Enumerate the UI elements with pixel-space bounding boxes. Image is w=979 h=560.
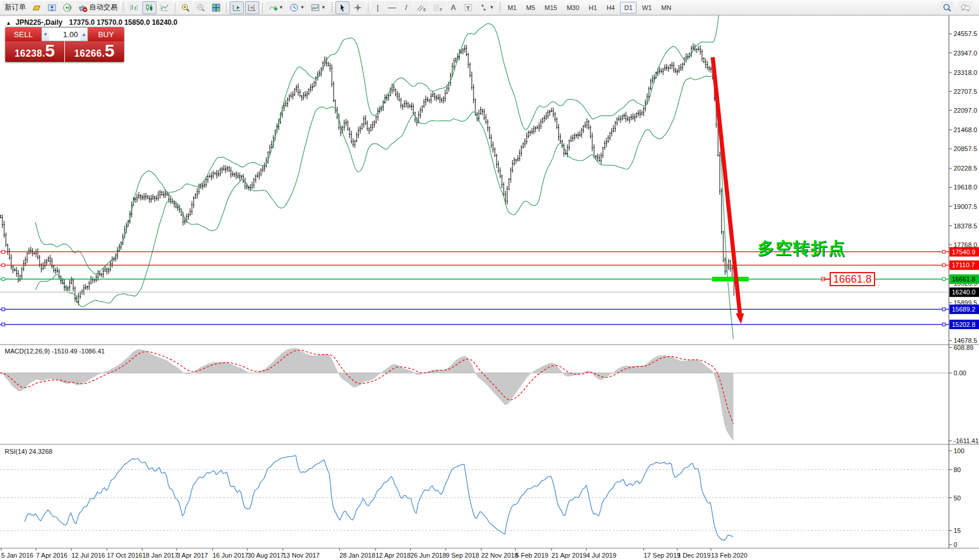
zoom-out-icon[interactable] [194,1,208,14]
one-click-trading-panel: SELL ▼ ▲ BUY 16238.5 16266.5 [5,27,125,63]
line-handle[interactable] [2,323,5,326]
price-axis-label: 20857.5 [954,145,977,152]
equidistant-channel-icon[interactable]: E [414,1,429,14]
volume-stepper: ▼ ▲ [41,27,88,41]
volume-input[interactable] [49,28,80,41]
charts-window-icon[interactable] [45,1,59,14]
collapse-panel-icon[interactable]: ▲ [6,20,11,26]
zoom-in-icon[interactable] [178,1,192,14]
volume-increase-button[interactable]: ▲ [80,28,87,41]
crosshair-icon[interactable] [351,1,365,14]
price-axis-label: 22097.0 [954,107,977,114]
timeframe-m15-button[interactable]: M15 [540,2,561,14]
periods-icon[interactable]: ▼ [287,1,307,14]
date-axis-label: 28 Jan 2018 [340,552,376,559]
arrows-tool-icon[interactable]: ▼ [477,1,497,14]
new-order-label: 新订单 [5,2,26,12]
auto-scroll-icon[interactable] [230,1,244,14]
rsi-axis-label: 0 [954,541,957,548]
timeframe-m1-button[interactable]: M1 [504,2,521,14]
text-icon[interactable]: A [447,1,460,14]
trendline-icon[interactable]: / [400,1,413,14]
date-axis-label: 13 Nov 2017 [283,552,319,559]
line-handle[interactable] [942,250,945,253]
date-axis-label: 12 Jul 2016 [71,552,105,559]
date-axis-label: 13 Feb 2020 [711,552,748,559]
chart-canvas[interactable]: 24557.523947.023318.022707.522097.021468… [0,15,979,560]
chat-icon[interactable] [958,1,973,14]
timeframe-m30-button[interactable]: M30 [563,2,583,14]
templates-caret-icon[interactable]: ▼ [321,5,326,10]
tile-windows-icon[interactable] [209,1,223,14]
bid-price-int: 16238 [15,48,43,59]
date-axis-label: 9 Sep 2018 [446,552,479,559]
timeframe-m5-button[interactable]: M5 [522,2,539,14]
chart-shift-icon[interactable] [245,1,259,14]
timeframe-w1-button[interactable]: W1 [638,2,656,14]
level-price-label[interactable]: 16661.8 [830,272,875,286]
search-icon[interactable] [940,1,954,14]
templates-icon[interactable]: ▼ [308,1,328,14]
price-axis-label: 18378.5 [954,222,977,230]
bid-price[interactable]: 16238.5 [5,41,65,62]
bid-price-dec: 5 [45,42,55,58]
signals-icon[interactable] [60,1,74,14]
macd-axis-label: 0.00 [954,369,966,376]
date-axis-label: 17 Oct 2016 [107,552,142,559]
buy-button[interactable]: BUY [88,27,124,41]
price-badge-label: 15689.2 [952,306,975,313]
profiles-icon[interactable] [30,1,44,14]
rsi-axis-label: 100 [954,447,964,454]
periods-caret-icon[interactable]: ▼ [300,5,305,10]
timeframe-h1-button[interactable]: H1 [585,2,601,14]
date-axis-label: 5 Jan 2016 [1,552,33,559]
fibonacci-icon[interactable]: F [430,1,446,14]
sell-button[interactable]: SELL [5,27,41,41]
date-axis-label: 18 Jan 2017 [142,552,178,559]
price-badge-label: 16661.8 [952,276,975,283]
indicators-add-icon[interactable]: ▼ [266,1,286,14]
timeframe-d1-button[interactable]: D1 [620,2,637,14]
line-handle[interactable] [2,278,5,281]
date-axis-label: 4 Jul 2019 [586,552,616,559]
line-handle[interactable] [942,278,945,281]
candlestick-chart-icon[interactable] [142,1,156,14]
indicators-caret-icon[interactable]: ▼ [279,5,283,10]
ask-price[interactable]: 16266.5 [65,41,125,62]
line-handle[interactable] [2,250,5,253]
new-order-button[interactable]: 新订单 [2,1,28,14]
timeframe-mn-button[interactable]: MN [657,2,675,14]
line-handle[interactable] [942,323,945,326]
date-axis-label: 5 Feb 2019 [515,552,549,559]
line-chart-icon[interactable] [158,1,172,14]
text-label-icon[interactable]: T [461,1,475,14]
line-handle[interactable] [942,308,945,311]
line-handle[interactable] [2,308,5,311]
toolbar-grip[interactable] [331,2,333,13]
price-badge-label: 17540.9 [952,248,975,256]
cursor-icon[interactable] [335,1,350,14]
chart-header: ▲ JPN225-,Daily 17375.0 17570.0 15850.0 … [6,18,178,27]
arrows-caret-icon[interactable]: ▼ [490,5,494,10]
auto-trading-label: 自动交易 [89,2,118,12]
date-axis-label: 12 Apr 2018 [376,552,410,559]
date-axis-label: 3 Apr 2017 [177,552,208,559]
toolbar-grip[interactable] [122,2,125,13]
bar-chart-icon[interactable] [127,1,141,14]
date-axis-label: 21 Apr 2019 [551,552,586,559]
highlight-segment[interactable] [712,277,749,281]
svg-text:F: F [440,8,442,12]
price-axis-label: 24557.5 [954,30,977,37]
line-handle[interactable] [942,264,945,267]
timeframe-h4-button[interactable]: H4 [602,2,619,14]
line-handle[interactable] [2,264,5,267]
horizontal-line-icon[interactable]: — [386,1,399,14]
vertical-line-icon[interactable]: | [371,1,384,14]
toolbar-grip[interactable] [499,2,501,13]
volume-decrease-button[interactable]: ▼ [42,28,49,41]
turning-point-annotation[interactable]: 多空转折点 [758,237,846,260]
price-axis-label: 23318.0 [954,69,977,76]
rsi-axis-label: 80 [954,466,961,473]
auto-trading-button[interactable]: 自动交易 [76,1,120,14]
date-axis-label: 17 Sep 2019 [644,552,680,559]
